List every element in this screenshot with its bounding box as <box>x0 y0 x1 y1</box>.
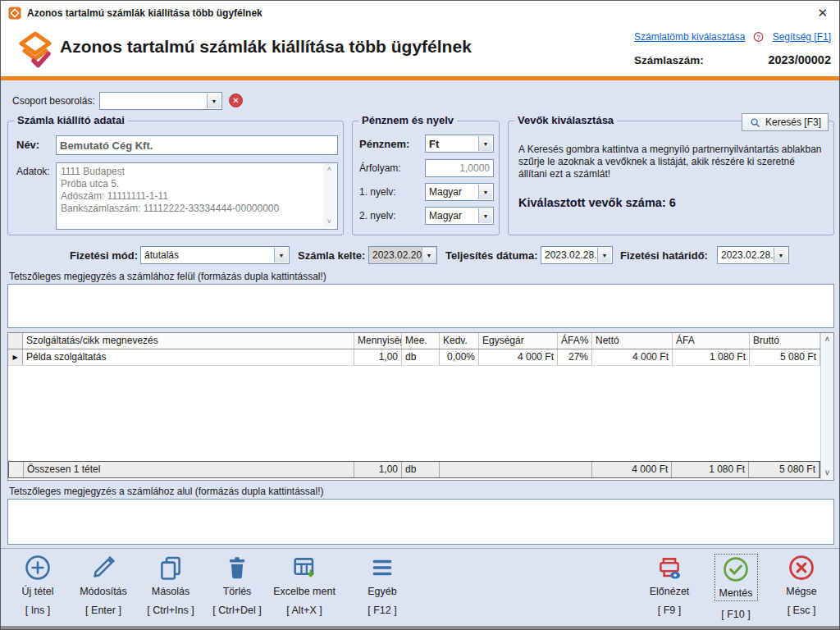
pencil-icon <box>89 554 117 582</box>
footer-selector-cell <box>9 462 24 477</box>
other-button[interactable]: Egyéb [ F12 ] <box>348 554 417 616</box>
group-classification-label: Csoport besorolás: <box>12 95 95 107</box>
chevron-down-icon[interactable]: ▼ <box>207 94 221 108</box>
comment-top-label: Tetszőleges megjegyzés a számlához felül… <box>9 271 326 282</box>
accent-divider <box>1 76 839 80</box>
new-item-button[interactable]: Új tétel [ Ins ] <box>3 554 72 616</box>
preview-label: Előnézet <box>650 586 690 597</box>
export-excel-shortcut: [ Alt+X ] <box>286 605 322 616</box>
col-header-gross[interactable]: Bruttó <box>750 333 820 349</box>
footer-vat: 1 080 Ft <box>672 462 749 477</box>
language1-combo[interactable]: Magyar ▼ <box>425 183 494 201</box>
plus-circle-icon <box>24 554 52 582</box>
scroll-up-icon[interactable]: ˄ <box>327 165 331 173</box>
currency-legend: Pénznem és nyelv <box>358 114 457 126</box>
currency-combo[interactable]: Ft ▼ <box>425 135 494 153</box>
footer-gross: 5 080 Ft <box>749 462 819 477</box>
export-excel-label: Excelbe ment <box>273 586 336 597</box>
payment-deadline-label: Fizetési határidő: <box>620 249 708 262</box>
invoice-date-picker[interactable]: 2023.02.20. ▼ <box>368 246 437 264</box>
chevron-down-icon[interactable]: ▼ <box>597 248 611 262</box>
issuer-data-scrollbar[interactable]: ˄ ˅ <box>323 163 336 227</box>
close-icon[interactable]: ✕ <box>817 7 828 19</box>
grid-selector-header <box>8 333 23 349</box>
scroll-down-icon[interactable]: ˅ <box>825 469 830 477</box>
window-title: Azonos tartalmú számlák kiállítása több … <box>27 7 262 19</box>
chevron-down-icon[interactable]: ▼ <box>478 136 492 151</box>
table-row[interactable]: ▶ Példa szolgáltatás 1,00 db 0,00% 4 000… <box>8 349 833 366</box>
export-excel-button[interactable]: Excelbe ment [ Alt+X ] <box>270 554 339 616</box>
copy-button[interactable]: Másolás [ Ctrl+Ins ] <box>136 554 205 616</box>
x-circle-icon <box>788 554 815 582</box>
col-header-name[interactable]: Szolgáltatás/cikk megnevezés <box>23 333 354 349</box>
col-header-net[interactable]: Nettó <box>592 333 673 349</box>
payment-method-value: átutalás <box>144 249 285 261</box>
invoice-number-value: 2023/00002 <box>768 53 831 66</box>
comment-bottom-textarea[interactable] <box>7 499 834 545</box>
issuer-data-textarea[interactable]: 1111 Budapest Próba utca 5. Adószám: 111… <box>56 162 338 230</box>
group-classification-combo[interactable]: ▼ <box>99 92 222 110</box>
cell-vat: 1 080 Ft <box>673 349 750 365</box>
preview-button[interactable]: Előnézet [ F9 ] <box>635 554 704 616</box>
page-title: Azonos tartalmú számlák kiállítása több … <box>60 37 472 57</box>
modify-button[interactable]: Módosítás [ Enter ] <box>69 554 138 616</box>
language2-label: 2. nyelv: <box>359 210 396 221</box>
help-link[interactable]: Segítség [F1] <box>773 31 831 43</box>
cancel-button[interactable]: Mégse [ Esc ] <box>767 554 836 616</box>
col-header-unit[interactable]: Mee. <box>402 333 440 349</box>
customers-legend: Vevők kiválasztása <box>514 114 617 126</box>
save-shortcut: [ F10 ] <box>721 609 750 620</box>
grid-vertical-scrollbar[interactable]: ˄ ˅ <box>820 333 833 480</box>
footer-net: 4 000 Ft <box>592 462 673 477</box>
issuer-name-input[interactable]: Bemutató Cég Kft. <box>56 135 338 155</box>
title-bar: Azonos tartalmú számlák kiállítása több … <box>1 1 839 25</box>
chevron-down-icon[interactable]: ▼ <box>774 248 788 262</box>
scroll-up-icon[interactable]: ˄ <box>825 336 830 344</box>
help-icon[interactable]: ? <box>753 30 764 43</box>
chevron-down-icon[interactable]: ▼ <box>422 248 436 262</box>
language2-combo[interactable]: Magyar ▼ <box>425 207 494 225</box>
print-preview-icon <box>655 554 683 582</box>
payment-method-label: Fizetési mód: <box>70 249 138 262</box>
cell-vat-pct: 27% <box>558 349 592 365</box>
toolbar-divider <box>1 548 839 549</box>
fulfillment-date-picker[interactable]: 2023.02.28. ▼ <box>541 246 613 264</box>
grid-header-row: Szolgáltatás/cikk megnevezés Mennyiség M… <box>8 333 833 349</box>
language1-label: 1. nyelv: <box>359 186 396 198</box>
fulfillment-date-label: Teljesítés dátuma: <box>445 249 537 262</box>
delete-button[interactable]: Törlés [ Ctrl+Del ] <box>203 554 272 616</box>
clear-group-icon[interactable]: ✕ <box>229 94 243 107</box>
comment-top-textarea[interactable] <box>7 284 834 328</box>
col-header-discount[interactable]: Kedv. <box>440 333 479 349</box>
other-label: Egyéb <box>368 586 396 597</box>
cell-unit-price: 4 000 Ft <box>479 349 558 365</box>
invoice-number-label: Számlaszám: <box>634 54 704 66</box>
chevron-down-icon[interactable]: ▼ <box>478 208 492 223</box>
col-header-quantity[interactable]: Mennyiség <box>354 333 402 349</box>
check-circle-icon <box>722 555 750 583</box>
exchange-rate-input[interactable]: 1,0000 <box>425 159 494 177</box>
payment-deadline-picker[interactable]: 2023.02.28. ▼ <box>717 246 789 264</box>
window-bottom-edge <box>1 626 839 629</box>
invoice-book-link[interactable]: Számlatömb kiválasztása <box>634 31 745 43</box>
save-label: Mentés <box>719 587 753 599</box>
app-window: Azonos tartalmú számlák kiállítása több … <box>0 0 840 630</box>
issuer-legend: Számla kiállító adatai <box>14 114 128 126</box>
col-header-unit-price[interactable]: Egységár <box>479 333 558 349</box>
invoice-date-label: Számla kelte: <box>298 249 365 262</box>
chevron-down-icon[interactable]: ▼ <box>478 185 492 199</box>
scroll-down-icon[interactable]: ˅ <box>327 217 331 226</box>
delete-label: Törlés <box>223 586 252 597</box>
modify-shortcut: [ Enter ] <box>85 605 121 616</box>
payment-method-combo[interactable]: átutalás ▼ <box>140 246 290 264</box>
exchange-rate-label: Árfolyam: <box>359 162 401 174</box>
issuer-name-value: Bemutató Cég Kft. <box>60 139 334 152</box>
col-header-vat-pct[interactable]: ÁFA% <box>558 333 592 349</box>
footer-quantity: 1,00 <box>354 462 402 477</box>
save-button[interactable]: Mentés [ F10 ] <box>701 554 770 620</box>
col-header-vat[interactable]: ÁFA <box>673 333 750 349</box>
currency-label: Pénznem: <box>359 138 409 150</box>
chevron-down-icon[interactable]: ▼ <box>274 248 288 262</box>
search-button[interactable]: Keresés [F3] <box>742 113 829 131</box>
selected-customers-count: Kiválasztott vevők száma: 6 <box>518 196 676 209</box>
